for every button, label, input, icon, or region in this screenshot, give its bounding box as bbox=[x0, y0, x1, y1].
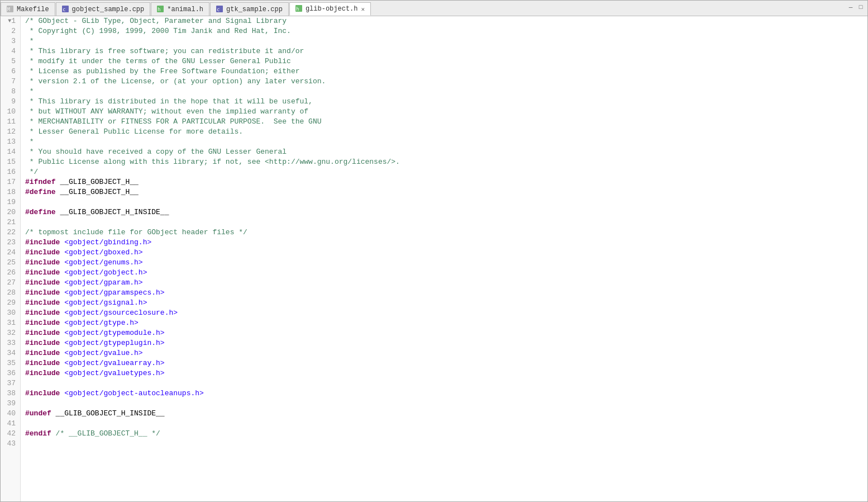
code-line-14: * You should have received a copy of the… bbox=[25, 147, 867, 157]
tab-glib_object_h[interactable]: hglib-object.h✕ bbox=[289, 2, 371, 16]
line-number-41: 41 bbox=[3, 419, 16, 429]
tab-label-gobject_sample: gobject_sample.cpp bbox=[72, 6, 145, 13]
token-preprocessor: #include bbox=[25, 238, 60, 248]
code-line-4: * This library is free software; you can… bbox=[25, 46, 867, 56]
code-line-11: * MERCHANTABILITY or FITNESS FOR A PARTI… bbox=[25, 117, 867, 127]
token-includepath: <gobject/gboxed.h> bbox=[64, 248, 142, 258]
token-preprocessor: #include bbox=[25, 308, 60, 318]
token-comment: * Copyright (C) 1998, 1999, 2000 Tim Jan… bbox=[25, 26, 291, 36]
line-number-24: 24 bbox=[3, 248, 16, 258]
maximize-button[interactable]: □ bbox=[856, 3, 865, 12]
window-controls: — □ bbox=[846, 3, 865, 12]
token-normal: __GLIB_GOBJECT_H__ bbox=[56, 187, 139, 197]
line-number-26: 26 bbox=[3, 268, 16, 278]
code-line-43 bbox=[25, 439, 867, 449]
code-line-35: #include <gobject/gvaluearray.h> bbox=[25, 358, 867, 368]
code-line-36: #include <gobject/gvaluetypes.h> bbox=[25, 368, 867, 378]
token-comment: * but WITHOUT ANY WARRANTY; without even… bbox=[25, 107, 308, 117]
tab-icon-makefile: M bbox=[7, 6, 15, 13]
svg-text:c: c bbox=[217, 7, 220, 12]
code-line-19 bbox=[25, 197, 867, 207]
line-number-3: 3 bbox=[3, 36, 16, 46]
code-line-42: #endif /* __GLIB_GOBJECT_H__ */ bbox=[25, 429, 867, 439]
tab-icon-gobject_sample: c bbox=[62, 6, 70, 13]
code-line-41 bbox=[25, 419, 867, 429]
token-normal bbox=[60, 278, 64, 288]
code-line-17: #ifndef __GLIB_GOBJECT_H__ bbox=[25, 177, 867, 187]
token-comment: * modify it under the terms of the GNU L… bbox=[25, 56, 291, 67]
token-preprocessor: #endif bbox=[25, 429, 51, 439]
token-normal bbox=[60, 258, 64, 268]
token-comment: * Public License along with this library… bbox=[25, 157, 400, 167]
token-includepath: <gobject/gvaluetypes.h> bbox=[64, 368, 164, 378]
tab-label-animal_h: *animal.h bbox=[167, 6, 203, 13]
token-comment: * License as published by the Free Softw… bbox=[25, 67, 299, 77]
line-number-4: 4 bbox=[3, 46, 16, 56]
svg-text:h: h bbox=[158, 7, 160, 12]
line-number-27: 27 bbox=[3, 278, 16, 288]
line-number-5: 5 bbox=[3, 56, 16, 67]
tab-makefile[interactable]: MMakefile bbox=[1, 2, 55, 16]
line-number-2: 2 bbox=[3, 26, 16, 36]
token-preprocessor: #include bbox=[25, 248, 60, 258]
token-includepath: <gobject/gvalue.h> bbox=[64, 348, 142, 358]
line-number-29: 29 bbox=[3, 298, 16, 308]
token-preprocessor: #include bbox=[25, 368, 60, 378]
line-number-28: 28 bbox=[3, 288, 16, 298]
code-line-8: * bbox=[25, 87, 867, 97]
tab-label-makefile: Makefile bbox=[17, 6, 49, 13]
tab-close-glib_object_h[interactable]: ✕ bbox=[361, 6, 365, 13]
line-number-10: 10 bbox=[3, 107, 16, 117]
code-line-28: #include <gobject/gparamspecs.h> bbox=[25, 288, 867, 298]
code-line-40: #undef __GLIB_GOBJECT_H_INSIDE__ bbox=[25, 409, 867, 419]
token-normal: __GLIB_GOBJECT_H_INSIDE__ bbox=[56, 207, 169, 217]
code-line-22: /* topmost include file for GObject head… bbox=[25, 228, 867, 238]
tab-gobject_sample[interactable]: cgobject_sample.cpp bbox=[56, 2, 151, 16]
code-line-25: #include <gobject/genums.h> bbox=[25, 258, 867, 268]
collapse-arrow[interactable]: ▼ bbox=[8, 16, 11, 26]
code-line-37 bbox=[25, 378, 867, 389]
token-comment: * You should have received a copy of the… bbox=[25, 147, 287, 157]
minimize-button[interactable]: — bbox=[846, 3, 855, 12]
token-normal bbox=[60, 308, 64, 318]
token-preprocessor: #include bbox=[25, 358, 60, 368]
token-preprocessor: #include bbox=[25, 278, 60, 288]
code-line-29: #include <gobject/gsignal.h> bbox=[25, 298, 867, 308]
token-preprocessor: #include bbox=[25, 338, 60, 348]
token-normal bbox=[60, 238, 64, 248]
code-line-9: * This library is distributed in the hop… bbox=[25, 97, 867, 107]
token-includepath: <gobject/gobject.h> bbox=[64, 268, 147, 278]
line-number-21: 21 bbox=[3, 217, 16, 228]
code-line-38: #include <gobject/gobject-autocleanups.h… bbox=[25, 389, 867, 399]
token-includepath: <gobject/gparamspecs.h> bbox=[64, 288, 164, 298]
tab-gtk_sample[interactable]: cgtk_sample.cpp bbox=[210, 2, 289, 16]
token-includepath: <gobject/genums.h> bbox=[64, 258, 142, 268]
token-comment: */ bbox=[25, 167, 38, 177]
code-line-7: * version 2.1 of the License, or (at you… bbox=[25, 77, 867, 87]
tab-animal_h[interactable]: h*animal.h bbox=[151, 2, 209, 16]
token-comment: * This library is distributed in the hop… bbox=[25, 97, 313, 107]
line-number-6: 6 bbox=[3, 67, 16, 77]
code-line-31: #include <gobject/gtype.h> bbox=[25, 318, 867, 328]
token-includepath: <gobject/gsignal.h> bbox=[64, 298, 147, 308]
token-includepath: <gobject/gobject-autocleanups.h> bbox=[64, 389, 204, 399]
line-number-31: 31 bbox=[3, 318, 16, 328]
code-area[interactable]: /* GObject - GLib Type, Object, Paramete… bbox=[21, 16, 867, 501]
line-number-11: 11 bbox=[3, 117, 16, 127]
line-number-1: ▼1 bbox=[3, 16, 16, 26]
tab-icon-glib_object_h: h bbox=[295, 5, 303, 13]
token-normal bbox=[60, 328, 64, 338]
token-comment: /* GObject - GLib Type, Object, Paramete… bbox=[25, 16, 287, 26]
line-number-37: 37 bbox=[3, 378, 16, 389]
token-normal bbox=[60, 358, 64, 368]
token-includepath: <gobject/gvaluearray.h> bbox=[64, 358, 164, 368]
code-line-6: * License as published by the Free Softw… bbox=[25, 67, 867, 77]
code-line-26: #include <gobject/gobject.h> bbox=[25, 268, 867, 278]
token-preprocessor: #undef bbox=[25, 409, 51, 419]
line-number-18: 18 bbox=[3, 187, 16, 197]
line-number-36: 36 bbox=[3, 368, 16, 378]
tab-icon-gtk_sample: c bbox=[216, 6, 224, 13]
line-number-9: 9 bbox=[3, 97, 16, 107]
token-preprocessor: #include bbox=[25, 328, 60, 338]
token-preprocessor: #include bbox=[25, 258, 60, 268]
